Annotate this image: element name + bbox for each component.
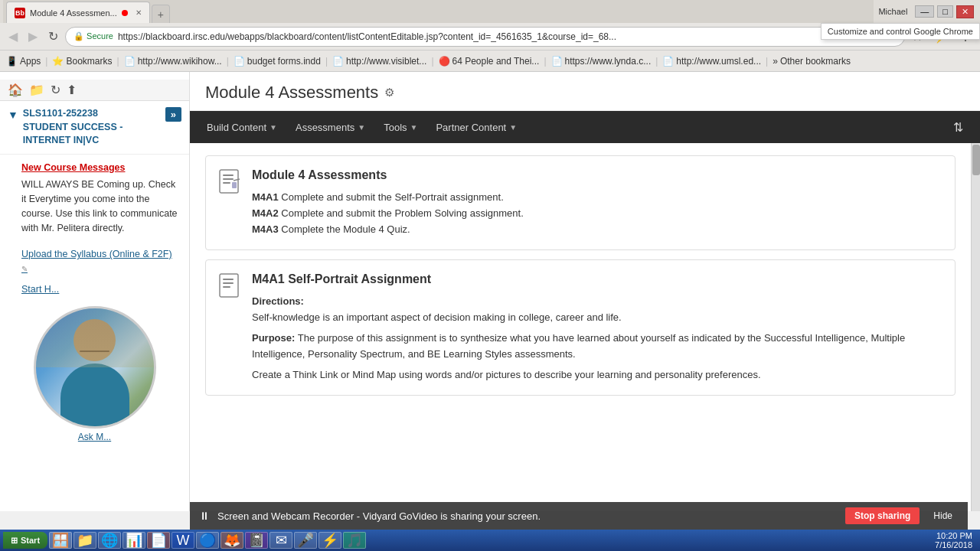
- date-display: 7/16/2018: [935, 540, 972, 549]
- sort-button[interactable]: ⇅: [946, 116, 971, 139]
- svg-rect-9: [223, 286, 230, 288]
- bookmarks-bar: 📱 Apps | ⭐ Bookmarks | 📄 http://www.wiki…: [0, 51, 980, 72]
- svg-rect-7: [223, 279, 234, 280]
- bookmark-umsl[interactable]: 📄 http://www.umsl.ed...: [662, 56, 761, 67]
- browser-tab[interactable]: Bb Module 4 Assessmen... ✕: [6, 2, 150, 23]
- svg-rect-2: [223, 178, 234, 180]
- taskbar-ff-button[interactable]: 🦊: [220, 532, 243, 549]
- expand-sidebar-button[interactable]: »: [165, 107, 181, 122]
- vidyard-notification: ⏸ Screen and Webcam Recorder - Vidyard G…: [190, 502, 968, 530]
- main-area: 🏠 📁 ↻ ⬆ ▼ SLS1101-252238 STUDENT SUCCESS…: [0, 72, 980, 511]
- notification-text: Screen and Webcam Recorder - Vidyard GoV…: [217, 510, 838, 522]
- taskbar-ie2-button[interactable]: 🔵: [196, 532, 219, 549]
- window-controls: Michael — □ ✕: [874, 5, 977, 18]
- sidebar-home-button[interactable]: 🏠: [8, 83, 23, 97]
- course-messages-link[interactable]: New Course Messages: [21, 161, 180, 175]
- card-selfportrait: M4A1 Self-Portrait Assignment Directions…: [205, 259, 956, 396]
- clock-area[interactable]: 10:20 PM 7/16/2018: [935, 531, 977, 549]
- taskbar-unknown-button[interactable]: ⚡: [318, 532, 341, 549]
- scrollbar[interactable]: [971, 143, 980, 511]
- time-display: 10:20 PM: [936, 531, 972, 540]
- taskbar-ppt-button[interactable]: 📄: [147, 532, 170, 549]
- card2-icon: [218, 272, 243, 305]
- document-icon-2: [218, 272, 243, 300]
- taskbar-explorer-button[interactable]: 📁: [74, 532, 96, 549]
- purpose-text: The purpose of this assignment is to syn…: [252, 332, 905, 360]
- card1-body: M4A1 Complete and submit the Self-Portra…: [252, 190, 942, 237]
- scroll-area: Module 4 Assessments M4A1 Complete and s…: [190, 143, 980, 511]
- purpose-label: Purpose:: [252, 332, 295, 344]
- taskbar-ie-button[interactable]: 🪟: [49, 532, 72, 549]
- partner-content-menu[interactable]: Partner Content ▼: [428, 117, 524, 138]
- ask-link[interactable]: Ask M...: [78, 432, 111, 442]
- build-content-menu[interactable]: Build Content ▼: [199, 117, 285, 138]
- room-background: [36, 308, 154, 367]
- recording-dot: [122, 10, 128, 16]
- new-tab-icon: +: [158, 8, 164, 21]
- url-bar[interactable]: 🔒 Secure https://blackboard.irsc.edu/web…: [65, 27, 905, 47]
- maximize-button[interactable]: □: [937, 5, 953, 18]
- sidebar-share-button[interactable]: ⬆: [67, 83, 77, 97]
- m4a3-label: M4A3: [252, 223, 279, 235]
- stop-sharing-button[interactable]: Stop sharing: [845, 507, 920, 524]
- sidebar: 🏠 📁 ↻ ⬆ ▼ SLS1101-252238 STUDENT SUCCESS…: [0, 72, 190, 511]
- secure-badge: 🔒 Secure: [74, 31, 113, 41]
- taskbar-ie-classic-button[interactable]: 🌐: [98, 532, 121, 549]
- taskbar-apps: 🪟 📁 🌐 📊 📄 W 🔵 🦊 📓 ✉ 🎤 ⚡ 🎵: [49, 532, 933, 549]
- taskbar-word-button[interactable]: W: [172, 532, 194, 549]
- course-id: SLS1101-252238: [23, 107, 161, 121]
- page-settings-icon[interactable]: ⚙: [384, 86, 394, 99]
- svg-rect-1: [223, 174, 234, 176]
- close-tab-button[interactable]: ✕: [136, 8, 142, 17]
- assessments-menu[interactable]: Assessments ▼: [288, 117, 373, 138]
- bookmark-lynda[interactable]: 📄 https://www.lynda.c...: [551, 56, 652, 67]
- m4a1-text: Complete and submit the Self-Portrait as…: [281, 191, 503, 203]
- forward-button[interactable]: ▶: [24, 28, 41, 45]
- assessments-chevron: ▼: [358, 123, 365, 132]
- course-header: ▼ SLS1101-252238 STUDENT SUCCESS - INTER…: [0, 101, 189, 155]
- svg-rect-6: [220, 274, 238, 297]
- user-name: Michael: [874, 7, 912, 16]
- sidebar-refresh-button[interactable]: ↻: [51, 83, 60, 97]
- svg-rect-3: [223, 182, 230, 184]
- back-button[interactable]: ◀: [5, 28, 21, 45]
- svg-rect-8: [223, 282, 234, 284]
- upload-syllabus-link[interactable]: Upload the Syllabus (Online & F2F) ✎: [0, 244, 189, 279]
- m4a1-label: M4A1: [252, 191, 279, 203]
- bookmark-budget[interactable]: 📄 budget forms.indd: [234, 56, 321, 67]
- chrome-tooltip: Customize and control Google Chrome: [821, 23, 980, 40]
- card2-body: Directions: Self-knowledge is an importa…: [252, 294, 942, 383]
- start-button[interactable]: ⊞ Start: [3, 532, 47, 549]
- refresh-button[interactable]: ↻: [44, 28, 62, 45]
- taskbar-mic-button[interactable]: 🎤: [294, 532, 317, 549]
- pause-icon: ⏸: [199, 510, 210, 522]
- build-content-chevron: ▼: [270, 123, 277, 132]
- hide-button[interactable]: Hide: [927, 507, 959, 524]
- collapse-arrow[interactable]: ▼: [8, 109, 18, 121]
- page-title: Module 4 Assessments: [205, 83, 378, 103]
- minimize-button[interactable]: —: [915, 5, 934, 18]
- taskbar-excel-button[interactable]: 📊: [122, 532, 145, 549]
- tools-menu[interactable]: Tools ▼: [376, 117, 425, 138]
- taskbar-spotify-button[interactable]: 🎵: [343, 532, 366, 549]
- bookmark-wikihow[interactable]: 📄 http://www.wikihow...: [124, 56, 222, 67]
- title-bar: Bb Module 4 Assessmen... ✕ + Michael — □…: [0, 0, 980, 23]
- svg-rect-4: [232, 182, 237, 188]
- url-text: https://blackboard.irsc.edu/webapps/blac…: [118, 31, 897, 42]
- bookmark-bookmarks[interactable]: ⭐ Bookmarks: [52, 56, 112, 67]
- scroll-thumb[interactable]: [972, 145, 980, 175]
- close-button[interactable]: ✕: [956, 5, 974, 18]
- sidebar-folder-button[interactable]: 📁: [29, 83, 44, 97]
- windows-logo: ⊞: [11, 536, 18, 546]
- content-scroll: Module 4 Assessments M4A1 Complete and s…: [190, 143, 971, 511]
- start-link[interactable]: Start H...: [0, 279, 189, 300]
- bookmark-64people[interactable]: 🔴 64 People and Thei...: [439, 56, 540, 67]
- directions-label: Directions:: [252, 295, 304, 307]
- taskbar-outlook-button[interactable]: ✉: [270, 532, 292, 549]
- bookmark-other[interactable]: » Other bookmarks: [773, 56, 851, 67]
- bookmark-visible[interactable]: 📄 http://www.visiblet...: [332, 56, 426, 67]
- taskbar-onenote-button[interactable]: 📓: [245, 532, 268, 549]
- bookmark-apps[interactable]: 📱 Apps: [6, 56, 41, 67]
- new-tab-button[interactable]: +: [152, 5, 170, 23]
- course-messages-body: WILL AWAYS BE Coming up. Check it Everyt…: [21, 178, 180, 235]
